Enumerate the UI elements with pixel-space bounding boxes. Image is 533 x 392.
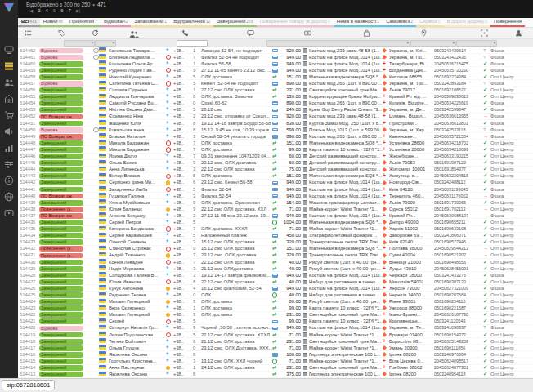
client-phone[interactable]: +38..: [173, 318, 193, 324]
tracking-number[interactable]: 0503240976004: [434, 351, 483, 358]
client-name[interactable]: Михаил Гилецький: [109, 298, 166, 305]
client-name[interactable]: Яковлева Оксана: [109, 351, 166, 358]
client-name[interactable]: Сергей Карамышев: [109, 232, 166, 238]
tab-11[interactable]: В дорозі додому0: [444, 18, 490, 27]
tracking-number[interactable]: 0501691854377: [434, 166, 483, 172]
tracking-number[interactable]: 0501691987120: [434, 159, 483, 166]
table-row[interactable]: 514413 Завершений Яковлева Оксана * +38.…: [18, 372, 533, 378]
client-name[interactable]: Ирина Дидух: [109, 153, 166, 159]
tracking-icon[interactable]: [481, 29, 488, 37]
client-name[interactable]: Сергей: [109, 318, 166, 324]
client-phone[interactable]: +38..: [173, 259, 193, 265]
tracking-number[interactable]: 0501690577445: [434, 238, 483, 245]
tags-icon[interactable]: [58, 29, 65, 37]
tracking-number[interactable]: 20450624077301: [434, 364, 483, 371]
client-name[interactable]: Захарченко Люба: [109, 186, 166, 193]
filter-select-5[interactable]: ▾: [456, 40, 497, 47]
client-name[interactable]: Микола Бадражан: [109, 146, 166, 153]
client-name[interactable]: Іващенко Юлія: [109, 120, 166, 127]
client-phone[interactable]: +38..: [173, 292, 193, 298]
tab-5[interactable]: Відправлений12: [170, 18, 213, 27]
client-name[interactable]: Кучук Антонина: [109, 285, 166, 292]
tracking-number[interactable]: 0501690387120: [434, 278, 483, 285]
client-name[interactable]: Людмила Гончарова: [109, 93, 166, 100]
last-page-button[interactable]: ▶|: [76, 8, 80, 13]
tracking-number[interactable]: 0501690254110: [434, 298, 483, 305]
client-name[interactable]: Ситарчук Наталія Гр...: [109, 324, 166, 331]
tracking-number[interactable]: 0503241120543: [434, 318, 483, 324]
clients-icon[interactable]: [129, 29, 139, 39]
client-phone[interactable]: +38..: [173, 146, 193, 153]
client-phone[interactable]: +38..: [173, 351, 193, 358]
client-name[interactable]: Нікітіна Оксана Дми...: [109, 106, 166, 113]
client-phone[interactable]: +38..: [173, 166, 193, 172]
refresh-icon[interactable]: [92, 29, 99, 37]
client-phone[interactable]: +38..: [173, 193, 193, 199]
sidebar-item-cart-icon[interactable]: [3, 109, 15, 121]
filter-select-1[interactable]: ▾: [95, 40, 116, 47]
filter-select-0[interactable]: ▾: [64, 40, 95, 47]
client-name[interactable]: Вера Скляренко: [109, 305, 166, 311]
tracking-number[interactable]: 0503242599847: [434, 106, 483, 113]
sidebar-item-browser-icon[interactable]: [3, 191, 15, 203]
client-phone[interactable]: +38..: [173, 159, 193, 166]
client-phone[interactable]: +38..: [173, 120, 193, 127]
client-phone[interactable]: +38..: [173, 186, 193, 193]
tracking-number[interactable]: 20450636613801: [434, 120, 483, 127]
client-phone[interactable]: +38..: [173, 219, 193, 225]
comment-icon[interactable]: [247, 29, 254, 37]
client-phone[interactable]: +38..: [173, 127, 193, 133]
client-name[interactable]: Віктор Власов: [109, 172, 166, 179]
tracking-number[interactable]: 20450636715475: [434, 60, 483, 67]
client-name[interactable]: Власюк Наталья: [109, 133, 166, 140]
first-page-button[interactable]: |◀: [29, 8, 33, 13]
tab-0[interactable]: Всі471: [18, 18, 40, 27]
tracking-number[interactable]: 0501692274384: [434, 74, 483, 80]
sidebar-item-dashboard-icon[interactable]: [3, 44, 15, 56]
sidebar-item-announce-icon[interactable]: [3, 126, 15, 137]
page-number[interactable]: 4: [46, 8, 48, 13]
client-name[interactable]: Гуцалюк Галина: [109, 193, 166, 199]
client-phone[interactable]: +38..: [173, 232, 193, 238]
client-phone[interactable]: +38..: [173, 324, 193, 331]
sidebar-item-info-icon[interactable]: [3, 175, 15, 186]
client-name[interactable]: Уляна Мусійовська: [109, 199, 166, 206]
caret-down-icon[interactable]: ▾: [92, 2, 95, 7]
tab-8[interactable]: Нема в наявності1: [334, 18, 383, 27]
sidebar-item-clients-icon[interactable]: [3, 77, 15, 88]
client-phone[interactable]: +38..: [173, 140, 193, 146]
sidebar-item-settings-icon[interactable]: [3, 158, 15, 170]
client-phone[interactable]: +38..: [173, 364, 193, 371]
sip-status[interactable]: sip:0672818601: [2, 380, 55, 390]
client-phone[interactable]: +38..: [173, 47, 193, 54]
money-icon[interactable]: [304, 29, 311, 37]
client-name[interactable]: Сергей Петров: [109, 219, 166, 225]
tab-1[interactable]: Новий48: [40, 18, 66, 27]
client-phone[interactable]: +38..: [173, 153, 193, 159]
person-icon[interactable]: [515, 29, 522, 37]
client-name[interactable]: Каневська Тамара ...: [109, 47, 166, 54]
sidebar-item-company-icon[interactable]: [3, 93, 15, 105]
client-name[interactable]: Горгулько Христина...: [109, 358, 166, 364]
tracking-number[interactable]: 20450626187730: [434, 311, 483, 318]
client-phone[interactable]: +38..: [173, 358, 193, 364]
client-phone[interactable]: +38..: [173, 93, 193, 100]
tracking-number[interactable]: 0501690154372: [434, 332, 483, 338]
tab-3[interactable]: Відмова42: [101, 18, 131, 27]
tracking-number[interactable]: 0501690221587: [434, 305, 483, 311]
client-phone[interactable]: +38..: [173, 265, 193, 272]
client-phone[interactable]: +38..: [173, 338, 193, 345]
tracking-number[interactable]: 20450635730230: [434, 67, 483, 74]
client-phone[interactable]: +38..: [173, 252, 193, 258]
client-phone[interactable]: +38..: [173, 305, 193, 311]
client-phone[interactable]: +38..: [173, 272, 193, 278]
client-name[interactable]: Тетяна Войтович: [109, 338, 166, 345]
product-icon[interactable]: [363, 29, 370, 37]
tracking-number[interactable]: 20450636613955: [434, 113, 483, 119]
client-phone[interactable]: +38..: [173, 332, 193, 338]
client-phone[interactable]: +38..: [173, 206, 193, 212]
filter-select-4[interactable]: ▾: [410, 40, 456, 47]
client-phone[interactable]: +38..: [173, 74, 193, 80]
tracking-number[interactable]: 0501691702113: [434, 206, 483, 212]
client-name[interactable]: Анна Пастернак: [109, 364, 166, 371]
